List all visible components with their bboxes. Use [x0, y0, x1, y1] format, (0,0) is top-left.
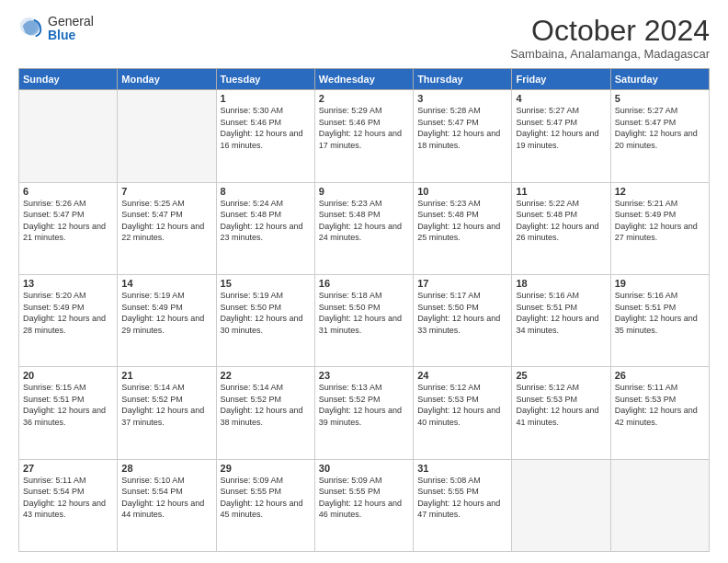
table-row	[512, 459, 610, 551]
day-detail: Sunrise: 5:22 AMSunset: 5:48 PMDaylight:…	[516, 199, 598, 243]
col-wednesday: Wednesday	[314, 69, 413, 90]
table-row	[610, 459, 709, 551]
month-title: October 2024	[510, 15, 710, 47]
table-row: 17Sunrise: 5:17 AMSunset: 5:50 PMDayligh…	[414, 274, 512, 366]
calendar-table: Sunday Monday Tuesday Wednesday Thursday…	[18, 68, 710, 552]
table-row: 30Sunrise: 5:09 AMSunset: 5:55 PMDayligh…	[314, 459, 413, 551]
col-sunday: Sunday	[19, 69, 118, 90]
day-number: 28	[121, 463, 211, 474]
day-number: 3	[417, 93, 507, 104]
day-number: 13	[23, 278, 113, 289]
day-detail: Sunrise: 5:12 AMSunset: 5:53 PMDaylight:…	[417, 383, 500, 427]
day-detail: Sunrise: 5:13 AMSunset: 5:52 PMDaylight:…	[319, 383, 402, 427]
page-header: General Blue October 2024 Sambaina, Anal…	[18, 15, 710, 61]
day-detail: Sunrise: 5:14 AMSunset: 5:52 PMDaylight:…	[221, 383, 303, 427]
day-number: 1	[221, 93, 311, 104]
day-detail: Sunrise: 5:16 AMSunset: 5:51 PMDaylight:…	[516, 291, 598, 335]
calendar-week-row: 13Sunrise: 5:20 AMSunset: 5:49 PMDayligh…	[19, 274, 710, 366]
day-number: 11	[516, 186, 606, 197]
calendar-week-row: 1Sunrise: 5:30 AMSunset: 5:46 PMDaylight…	[19, 90, 710, 182]
day-number: 12	[615, 186, 705, 197]
day-detail: Sunrise: 5:20 AMSunset: 5:49 PMDaylight:…	[23, 291, 106, 335]
table-row: 1Sunrise: 5:30 AMSunset: 5:46 PMDaylight…	[216, 90, 314, 182]
table-row: 20Sunrise: 5:15 AMSunset: 5:51 PMDayligh…	[19, 367, 118, 459]
table-row: 10Sunrise: 5:23 AMSunset: 5:48 PMDayligh…	[414, 182, 512, 274]
calendar-page: General Blue October 2024 Sambaina, Anal…	[0, 0, 728, 563]
table-row: 14Sunrise: 5:19 AMSunset: 5:49 PMDayligh…	[118, 274, 216, 366]
title-block: October 2024 Sambaina, Analamanga, Madag…	[510, 15, 710, 61]
day-detail: Sunrise: 5:30 AMSunset: 5:46 PMDaylight:…	[221, 106, 303, 150]
day-number: 30	[319, 463, 409, 474]
day-number: 31	[417, 463, 507, 474]
day-number: 7	[121, 186, 211, 197]
day-detail: Sunrise: 5:29 AMSunset: 5:46 PMDaylight:…	[319, 106, 402, 150]
day-number: 25	[516, 370, 606, 381]
calendar-week-row: 27Sunrise: 5:11 AMSunset: 5:54 PMDayligh…	[19, 459, 710, 551]
day-detail: Sunrise: 5:19 AMSunset: 5:49 PMDaylight:…	[121, 291, 204, 335]
table-row: 18Sunrise: 5:16 AMSunset: 5:51 PMDayligh…	[512, 274, 610, 366]
day-detail: Sunrise: 5:21 AMSunset: 5:49 PMDaylight:…	[615, 199, 698, 243]
day-number: 4	[516, 93, 606, 104]
col-tuesday: Tuesday	[216, 69, 314, 90]
table-row: 15Sunrise: 5:19 AMSunset: 5:50 PMDayligh…	[216, 274, 314, 366]
day-number: 21	[121, 370, 211, 381]
day-number: 8	[221, 186, 311, 197]
table-row: 12Sunrise: 5:21 AMSunset: 5:49 PMDayligh…	[610, 182, 709, 274]
calendar-week-row: 20Sunrise: 5:15 AMSunset: 5:51 PMDayligh…	[19, 367, 710, 459]
day-detail: Sunrise: 5:28 AMSunset: 5:47 PMDaylight:…	[417, 106, 500, 150]
day-detail: Sunrise: 5:12 AMSunset: 5:53 PMDaylight:…	[516, 383, 598, 427]
table-row: 28Sunrise: 5:10 AMSunset: 5:54 PMDayligh…	[118, 459, 216, 551]
day-number: 27	[23, 463, 113, 474]
day-number: 2	[319, 93, 409, 104]
table-row: 8Sunrise: 5:24 AMSunset: 5:48 PMDaylight…	[216, 182, 314, 274]
table-row	[19, 90, 118, 182]
day-number: 26	[615, 370, 705, 381]
day-detail: Sunrise: 5:08 AMSunset: 5:55 PMDaylight:…	[417, 476, 500, 520]
day-detail: Sunrise: 5:11 AMSunset: 5:53 PMDaylight:…	[615, 383, 698, 427]
day-number: 14	[121, 278, 211, 289]
location-subtitle: Sambaina, Analamanga, Madagascar	[510, 47, 710, 61]
day-detail: Sunrise: 5:18 AMSunset: 5:50 PMDaylight:…	[319, 291, 402, 335]
table-row: 2Sunrise: 5:29 AMSunset: 5:46 PMDaylight…	[314, 90, 413, 182]
table-row: 13Sunrise: 5:20 AMSunset: 5:49 PMDayligh…	[19, 274, 118, 366]
table-row: 21Sunrise: 5:14 AMSunset: 5:52 PMDayligh…	[118, 367, 216, 459]
day-detail: Sunrise: 5:16 AMSunset: 5:51 PMDaylight:…	[615, 291, 698, 335]
day-detail: Sunrise: 5:15 AMSunset: 5:51 PMDaylight:…	[23, 383, 106, 427]
day-number: 24	[417, 370, 507, 381]
day-number: 18	[516, 278, 606, 289]
table-row: 24Sunrise: 5:12 AMSunset: 5:53 PMDayligh…	[414, 367, 512, 459]
day-number: 19	[615, 278, 705, 289]
table-row	[118, 90, 216, 182]
day-detail: Sunrise: 5:26 AMSunset: 5:47 PMDaylight:…	[23, 199, 106, 243]
table-row: 3Sunrise: 5:28 AMSunset: 5:47 PMDaylight…	[414, 90, 512, 182]
table-row: 23Sunrise: 5:13 AMSunset: 5:52 PMDayligh…	[314, 367, 413, 459]
table-row: 11Sunrise: 5:22 AMSunset: 5:48 PMDayligh…	[512, 182, 610, 274]
table-row: 31Sunrise: 5:08 AMSunset: 5:55 PMDayligh…	[414, 459, 512, 551]
day-detail: Sunrise: 5:24 AMSunset: 5:48 PMDaylight:…	[221, 199, 303, 243]
logo-text: General Blue	[48, 15, 94, 43]
table-row: 4Sunrise: 5:27 AMSunset: 5:47 PMDaylight…	[512, 90, 610, 182]
logo-general: General	[48, 15, 94, 29]
day-detail: Sunrise: 5:11 AMSunset: 5:54 PMDaylight:…	[23, 476, 106, 520]
day-number: 16	[319, 278, 409, 289]
table-row: 22Sunrise: 5:14 AMSunset: 5:52 PMDayligh…	[216, 367, 314, 459]
table-row: 16Sunrise: 5:18 AMSunset: 5:50 PMDayligh…	[314, 274, 413, 366]
day-number: 15	[221, 278, 311, 289]
day-detail: Sunrise: 5:23 AMSunset: 5:48 PMDaylight:…	[319, 199, 402, 243]
day-detail: Sunrise: 5:27 AMSunset: 5:47 PMDaylight:…	[615, 106, 698, 150]
col-friday: Friday	[512, 69, 610, 90]
header-row: Sunday Monday Tuesday Wednesday Thursday…	[19, 69, 710, 90]
day-number: 22	[221, 370, 311, 381]
table-row: 5Sunrise: 5:27 AMSunset: 5:47 PMDaylight…	[610, 90, 709, 182]
day-detail: Sunrise: 5:09 AMSunset: 5:55 PMDaylight:…	[221, 476, 303, 520]
day-number: 23	[319, 370, 409, 381]
day-number: 10	[417, 186, 507, 197]
col-saturday: Saturday	[610, 69, 709, 90]
table-row: 27Sunrise: 5:11 AMSunset: 5:54 PMDayligh…	[19, 459, 118, 551]
day-detail: Sunrise: 5:19 AMSunset: 5:50 PMDaylight:…	[221, 291, 303, 335]
table-row: 7Sunrise: 5:25 AMSunset: 5:47 PMDaylight…	[118, 182, 216, 274]
table-row: 6Sunrise: 5:26 AMSunset: 5:47 PMDaylight…	[19, 182, 118, 274]
day-number: 29	[221, 463, 311, 474]
col-monday: Monday	[118, 69, 216, 90]
day-detail: Sunrise: 5:14 AMSunset: 5:52 PMDaylight:…	[121, 383, 204, 427]
